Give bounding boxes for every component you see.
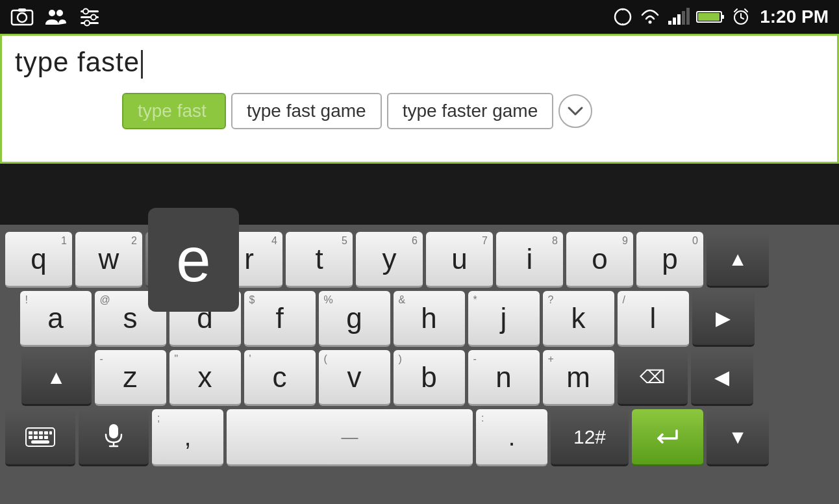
key-enter[interactable] bbox=[632, 409, 703, 466]
key-x[interactable]: " x bbox=[169, 350, 241, 406]
input-text: type faste bbox=[15, 47, 140, 77]
text-input-field[interactable]: type faste bbox=[15, 46, 824, 79]
svg-point-8 bbox=[83, 9, 88, 14]
svg-line-25 bbox=[745, 9, 747, 12]
chevron-down-icon bbox=[566, 105, 584, 117]
key-mic[interactable] bbox=[79, 409, 149, 466]
svg-point-10 bbox=[84, 21, 90, 26]
keyboard-row-2: ! a @ s # d $ f % g & h bbox=[3, 291, 771, 347]
keyboard-icon bbox=[25, 427, 56, 447]
svg-rect-13 bbox=[668, 21, 671, 25]
svg-point-1 bbox=[18, 13, 27, 22]
keyboard-row-4: ; , — : . 12# bbox=[3, 409, 771, 466]
key-c[interactable]: ' c bbox=[244, 350, 316, 406]
key-nav-down[interactable]: ◀ bbox=[691, 350, 753, 406]
svg-rect-14 bbox=[673, 18, 676, 25]
key-backspace[interactable]: ⌫ bbox=[618, 350, 688, 406]
key-t[interactable]: 5 t bbox=[286, 232, 353, 288]
wifi-icon bbox=[639, 8, 661, 26]
key-period[interactable]: : . bbox=[476, 409, 547, 466]
key-f[interactable]: $ f bbox=[244, 291, 316, 347]
status-bar-left bbox=[10, 5, 101, 29]
sync-icon bbox=[613, 7, 632, 27]
key-g[interactable]: % g bbox=[319, 291, 390, 347]
key-k[interactable]: ? k bbox=[543, 291, 614, 347]
keyboard-inner: 1 q 2 w 3 e 4 r 5 t 6 y bbox=[0, 229, 774, 466]
key-u[interactable]: 7 u bbox=[426, 232, 493, 288]
svg-rect-37 bbox=[109, 424, 118, 438]
key-numbers[interactable]: 12# bbox=[551, 409, 629, 466]
key-z[interactable]: - z bbox=[95, 350, 166, 406]
key-l[interactable]: / l bbox=[618, 291, 689, 347]
key-popup-letter: e bbox=[176, 224, 210, 296]
enter-icon bbox=[653, 425, 682, 449]
svg-point-4 bbox=[56, 10, 63, 16]
keyboard: 1 q 2 w 3 e 4 r 5 t 6 y bbox=[0, 225, 839, 504]
people-icon bbox=[44, 5, 68, 29]
svg-point-3 bbox=[49, 10, 55, 16]
svg-rect-29 bbox=[39, 431, 43, 435]
svg-rect-30 bbox=[44, 431, 48, 435]
svg-line-23 bbox=[741, 18, 744, 19]
autocomplete-more-button[interactable] bbox=[558, 94, 592, 128]
svg-rect-16 bbox=[682, 11, 685, 25]
svg-rect-2 bbox=[18, 8, 26, 12]
autocomplete-suggestion-2[interactable]: type faster game bbox=[387, 93, 554, 129]
text-cursor bbox=[141, 50, 143, 79]
key-shift[interactable]: ▲ bbox=[21, 350, 92, 406]
key-n[interactable]: - n bbox=[468, 350, 540, 406]
svg-rect-33 bbox=[34, 436, 38, 439]
svg-rect-31 bbox=[49, 431, 52, 435]
text-input-area[interactable]: type faste type fast type fast game type… bbox=[0, 34, 839, 164]
key-y[interactable]: 6 y bbox=[356, 232, 423, 288]
camera-icon bbox=[10, 5, 34, 29]
key-v[interactable]: ( v bbox=[319, 350, 390, 406]
key-p[interactable]: 0 p bbox=[636, 232, 703, 288]
key-comma[interactable]: ; , bbox=[152, 409, 223, 466]
status-bar: 1:20 PM bbox=[0, 0, 839, 34]
key-j[interactable]: * j bbox=[468, 291, 540, 347]
svg-rect-34 bbox=[39, 436, 43, 439]
key-b[interactable]: ) b bbox=[394, 350, 465, 406]
key-nav-up[interactable]: ▲ bbox=[707, 232, 769, 288]
key-popup: e bbox=[148, 208, 239, 312]
microphone-icon bbox=[103, 423, 124, 451]
key-q[interactable]: 1 q bbox=[5, 232, 72, 288]
time-display: 1:20 PM bbox=[760, 6, 829, 27]
autocomplete-active[interactable]: type fast bbox=[122, 93, 226, 129]
svg-rect-35 bbox=[44, 436, 48, 439]
alarm-icon bbox=[731, 7, 751, 27]
svg-rect-19 bbox=[721, 15, 724, 19]
key-a[interactable]: ! a bbox=[20, 291, 92, 347]
svg-point-9 bbox=[91, 15, 96, 20]
battery-icon bbox=[696, 9, 725, 25]
svg-rect-15 bbox=[677, 14, 681, 25]
svg-rect-27 bbox=[29, 431, 32, 435]
key-space[interactable]: — bbox=[227, 409, 473, 466]
key-w[interactable]: 2 w bbox=[75, 232, 142, 288]
svg-rect-20 bbox=[698, 13, 720, 21]
settings-icon bbox=[78, 5, 101, 29]
svg-point-11 bbox=[615, 9, 631, 25]
svg-point-12 bbox=[649, 21, 652, 24]
key-o[interactable]: 9 o bbox=[566, 232, 633, 288]
autocomplete-bar: type fast type fast game type faster gam… bbox=[122, 93, 592, 129]
key-nav-right[interactable]: ▶ bbox=[692, 291, 755, 347]
svg-line-24 bbox=[734, 9, 737, 12]
keyboard-row-1: 1 q 2 w 3 e 4 r 5 t 6 y bbox=[3, 232, 771, 288]
signal-icon bbox=[668, 8, 690, 26]
status-bar-right: 1:20 PM bbox=[613, 6, 829, 27]
autocomplete-suggestion-1[interactable]: type fast game bbox=[231, 93, 382, 129]
key-keyboard-toggle[interactable] bbox=[5, 409, 75, 466]
key-nav-down-2[interactable]: ▼ bbox=[707, 409, 769, 466]
svg-rect-36 bbox=[31, 440, 49, 444]
svg-rect-17 bbox=[686, 8, 690, 25]
keyboard-row-3: ▲ - z " x ' c ( v ) b - bbox=[3, 350, 771, 406]
key-m[interactable]: + m bbox=[543, 350, 614, 406]
key-i[interactable]: 8 i bbox=[496, 232, 563, 288]
svg-rect-28 bbox=[34, 431, 38, 435]
svg-rect-32 bbox=[29, 436, 32, 439]
key-h[interactable]: & h bbox=[394, 291, 465, 347]
